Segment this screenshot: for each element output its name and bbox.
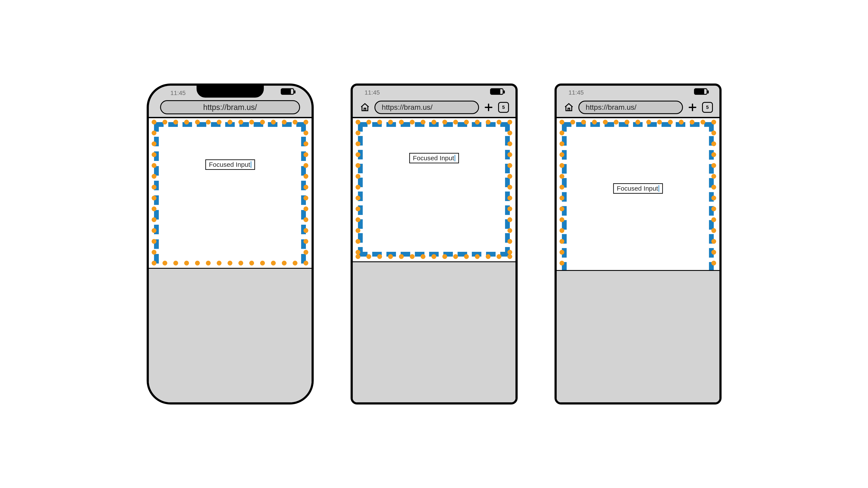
- status-time: 11:45: [170, 90, 186, 97]
- browser-chrome: https://bram.us/: [149, 98, 312, 118]
- browser-chrome: https://bram.us/ 5: [353, 98, 516, 118]
- iphone-mockup: 11:45 https://bram.us/ Focused Input: [147, 84, 314, 404]
- input-label: Focused Input: [413, 155, 454, 162]
- battery-icon: [281, 88, 294, 95]
- tab-count[interactable]: 5: [702, 102, 713, 113]
- battery-icon: [490, 88, 503, 95]
- url-text: https://bram.us/: [586, 103, 637, 111]
- page-area: Focused Input: [353, 118, 516, 402]
- text-cursor: [251, 161, 251, 168]
- url-text: https://bram.us/: [203, 103, 257, 112]
- focused-input-field[interactable]: Focused Input: [205, 159, 255, 170]
- input-label: Focused Input: [617, 185, 658, 192]
- virtual-keyboard: [557, 270, 719, 402]
- home-icon[interactable]: [563, 102, 575, 113]
- status-time: 11:45: [365, 89, 380, 96]
- tab-count-value: 5: [706, 104, 709, 110]
- text-cursor: [658, 185, 659, 192]
- status-time: 11:45: [569, 89, 584, 96]
- address-bar[interactable]: https://bram.us/: [374, 101, 479, 114]
- status-bar: 11:45: [353, 86, 516, 98]
- android-mockup-resize: 11:45 https://bram.us/ 5: [350, 84, 518, 404]
- home-icon[interactable]: [359, 102, 371, 113]
- virtual-keyboard: [149, 268, 312, 402]
- browser-chrome: https://bram.us/ 5: [557, 98, 719, 118]
- focused-input-field[interactable]: Focused Input: [613, 183, 663, 194]
- virtual-keyboard: [353, 261, 516, 402]
- visual-viewport: [149, 118, 312, 268]
- url-text: https://bram.us/: [382, 103, 433, 111]
- new-tab-icon[interactable]: [687, 102, 698, 113]
- address-bar[interactable]: https://bram.us/: [578, 101, 683, 114]
- page-area: Focused Input: [557, 118, 719, 402]
- address-bar[interactable]: https://bram.us/: [160, 100, 300, 114]
- status-bar: 11:45: [557, 86, 719, 98]
- tab-count-value: 5: [502, 104, 505, 110]
- text-cursor: [455, 155, 455, 161]
- visual-viewport: [353, 118, 516, 261]
- page-area: Focused Input: [149, 118, 312, 402]
- iphone-notch: [196, 86, 264, 98]
- input-label: Focused Input: [209, 161, 250, 168]
- new-tab-icon[interactable]: [483, 102, 494, 113]
- focused-input-field[interactable]: Focused Input: [409, 153, 459, 163]
- android-mockup-overlay: 11:45 https://bram.us/ 5: [555, 84, 721, 404]
- battery-icon: [694, 88, 708, 95]
- tab-count[interactable]: 5: [498, 102, 509, 113]
